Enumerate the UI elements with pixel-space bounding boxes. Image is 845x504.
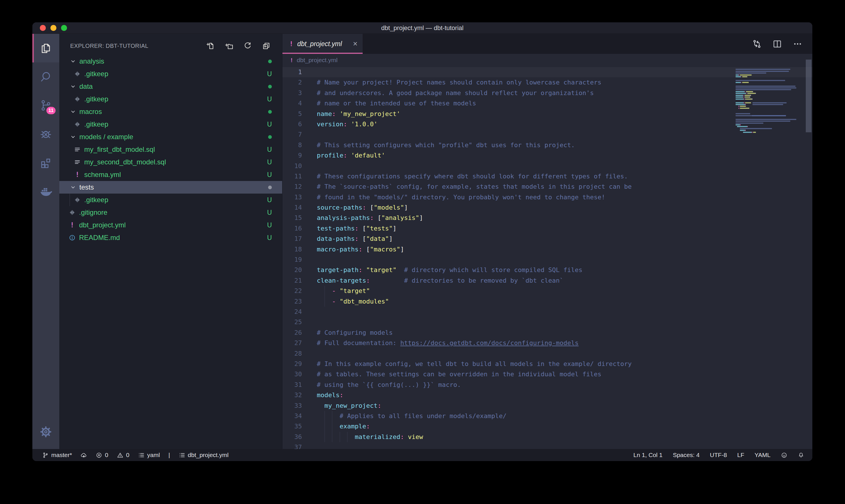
editor-scrollbar[interactable] bbox=[806, 59, 811, 132]
code-line-7[interactable]: 7 bbox=[283, 129, 812, 140]
git-untracked-badge: U bbox=[267, 121, 272, 128]
tree-item--gitkeep[interactable]: .gitkeepU bbox=[59, 93, 282, 105]
code-line-16[interactable]: 16test-paths: ["tests"] bbox=[283, 223, 812, 234]
status-ln-1-col-1[interactable]: Ln 1, Col 1 bbox=[633, 452, 663, 458]
code-line-22[interactable]: 22 - "target" bbox=[283, 286, 812, 296]
search-activity-button[interactable] bbox=[32, 62, 59, 91]
search-icon bbox=[39, 70, 52, 83]
status-bell[interactable] bbox=[798, 452, 804, 458]
git-file-icon bbox=[74, 196, 81, 204]
tree-item-my-second-dbt-model-sql[interactable]: my_second_dbt_model.sqlU bbox=[59, 156, 282, 168]
chevron-down-icon bbox=[70, 58, 76, 65]
status-outline[interactable]: dbt_project.yml bbox=[179, 452, 229, 458]
code-line-8[interactable]: 8# This setting configures which "profil… bbox=[283, 140, 812, 150]
editor-actions bbox=[752, 34, 803, 54]
debug-activity-button[interactable] bbox=[32, 120, 59, 148]
settings-activity-button[interactable] bbox=[32, 417, 59, 446]
tab-close-icon[interactable]: × bbox=[353, 40, 358, 48]
code-line-25[interactable]: 25 bbox=[283, 317, 812, 327]
more-actions-icon[interactable] bbox=[793, 39, 803, 49]
tree-item--gitkeep[interactable]: .gitkeepU bbox=[59, 118, 282, 130]
code-line-35[interactable]: 35 example: bbox=[283, 421, 812, 432]
code-line-11[interactable]: 11# These configurations specify where d… bbox=[283, 171, 812, 182]
status-spaces-4[interactable]: Spaces: 4 bbox=[673, 452, 700, 458]
tree-item-macros[interactable]: macros bbox=[59, 105, 282, 118]
breadcrumb-item[interactable]: dbt_project.yml bbox=[297, 57, 338, 64]
tree-item--gitkeep[interactable]: .gitkeepU bbox=[59, 68, 282, 80]
code-line-21[interactable]: 21clean-targets: # directories to be rem… bbox=[283, 275, 812, 286]
tree-item-readme-md[interactable]: README.mdU bbox=[59, 231, 282, 244]
new-file-icon[interactable] bbox=[206, 41, 215, 50]
status-git-branch[interactable]: master* bbox=[42, 452, 72, 458]
status-outline[interactable]: yaml bbox=[138, 452, 160, 458]
extensions-activity-button[interactable] bbox=[32, 148, 59, 177]
status-separator: | bbox=[168, 452, 170, 458]
code-editor[interactable]: 12# Name your project! Project names sho… bbox=[283, 67, 812, 449]
code-line-31[interactable]: 31# using the `{{ config(...) }}` macro. bbox=[283, 380, 812, 390]
code-line-18[interactable]: 18macro-paths: ["macros"] bbox=[283, 244, 812, 255]
tree-item-my-first-dbt-model-sql[interactable]: my_first_dbt_model.sqlU bbox=[59, 143, 282, 156]
code-line-17[interactable]: 17data-paths: ["data"] bbox=[283, 234, 812, 244]
tree-item-analysis[interactable]: analysis bbox=[59, 55, 282, 68]
code-line-28[interactable]: 28 bbox=[283, 348, 812, 359]
code-line-30[interactable]: 30# as tables. These settings can be ove… bbox=[283, 369, 812, 379]
tree-item-label: .gitkeep bbox=[84, 95, 267, 103]
code-line-27[interactable]: 27# Full documentation: https://docs.get… bbox=[283, 338, 812, 348]
code-line-10[interactable]: 10 bbox=[283, 161, 812, 171]
tree-item-tests[interactable]: tests bbox=[59, 181, 282, 194]
code-line-36[interactable]: 36 materialized: view bbox=[283, 432, 812, 442]
sql-file-icon bbox=[74, 158, 81, 166]
tree-item-data[interactable]: data bbox=[59, 80, 282, 93]
code-line-13[interactable]: 13# found in the "models/" directory. Yo… bbox=[283, 192, 812, 202]
new-folder-icon[interactable] bbox=[224, 41, 233, 50]
code-line-24[interactable]: 24 bbox=[283, 307, 812, 317]
open-changes-icon[interactable] bbox=[752, 39, 762, 49]
status-warning[interactable]: 0 bbox=[117, 452, 129, 458]
tree-item-label: models / example bbox=[79, 133, 268, 141]
code-line-12[interactable]: 12# The `source-paths` config, for examp… bbox=[283, 182, 812, 192]
tree-item--gitignore[interactable]: .gitignoreU bbox=[59, 206, 282, 219]
source-control-activity-button[interactable]: 11 bbox=[32, 91, 59, 120]
code-line-32[interactable]: 32models: bbox=[283, 390, 812, 400]
tree-item-label: dbt_project.yml bbox=[79, 221, 267, 229]
code-line-37[interactable]: 37 bbox=[283, 442, 812, 449]
tree-item-schema-yml[interactable]: !schema.ymlU bbox=[59, 168, 282, 181]
status-cloud-upload[interactable] bbox=[80, 452, 87, 458]
tree-item-models-example[interactable]: models / example bbox=[59, 130, 282, 143]
tab-dbt-project-yml[interactable]: ! dbt_project.yml × bbox=[283, 34, 363, 54]
explorer-title: EXPLORER: DBT-TUTORIAL bbox=[70, 43, 206, 49]
code-line-23[interactable]: 23 - "dbt_modules" bbox=[283, 296, 812, 307]
code-line-33[interactable]: 33 my_new_project: bbox=[283, 401, 812, 411]
title-bar[interactable]: dbt_project.yml — dbt-tutorial bbox=[32, 22, 812, 34]
code-line-2[interactable]: 2# Name your project! Project names shou… bbox=[283, 77, 812, 88]
refresh-icon[interactable] bbox=[243, 41, 252, 50]
tree-item--gitkeep[interactable]: .gitkeepU bbox=[59, 194, 282, 206]
docker-activity-button[interactable] bbox=[32, 177, 59, 205]
code-line-29[interactable]: 29# In this example config, we tell dbt … bbox=[283, 359, 812, 369]
code-line-14[interactable]: 14source-paths: ["models"] bbox=[283, 202, 812, 213]
explorer-activity-button[interactable] bbox=[32, 34, 59, 62]
collapse-all-icon[interactable] bbox=[262, 41, 271, 50]
code-line-1[interactable]: 1 bbox=[283, 67, 812, 77]
status-lf[interactable]: LF bbox=[737, 452, 744, 458]
source-control-badge: 11 bbox=[46, 106, 56, 115]
code-line-6[interactable]: 6version: '1.0.0' bbox=[283, 119, 812, 129]
breadcrumb[interactable]: ! dbt_project.yml bbox=[283, 54, 812, 67]
code-line-3[interactable]: 3# and underscores. A good package name … bbox=[283, 88, 812, 98]
split-editor-icon[interactable] bbox=[772, 39, 782, 49]
minimap[interactable] bbox=[735, 67, 805, 139]
yaml-warning-icon: ! bbox=[290, 57, 293, 64]
code-line-20[interactable]: 20target-path: "target" # directory whic… bbox=[283, 265, 812, 275]
status-yaml[interactable]: YAML bbox=[754, 452, 771, 458]
code-line-26[interactable]: 26# Configuring models bbox=[283, 328, 812, 338]
tree-item-dbt-project-yml[interactable]: !dbt_project.ymlU bbox=[59, 219, 282, 231]
code-line-5[interactable]: 5name: 'my_new_project' bbox=[283, 109, 812, 119]
status-utf-8[interactable]: UTF-8 bbox=[710, 452, 727, 458]
status-error[interactable]: 0 bbox=[96, 452, 108, 458]
code-line-9[interactable]: 9profile: 'default' bbox=[283, 150, 812, 161]
code-line-15[interactable]: 15analysis-paths: ["analysis"] bbox=[283, 213, 812, 223]
status-feedback[interactable] bbox=[781, 452, 787, 458]
code-line-19[interactable]: 19 bbox=[283, 255, 812, 265]
code-line-34[interactable]: 34 # Applies to all files under models/e… bbox=[283, 411, 812, 421]
code-line-4[interactable]: 4# name or the intended use of these mod… bbox=[283, 98, 812, 109]
